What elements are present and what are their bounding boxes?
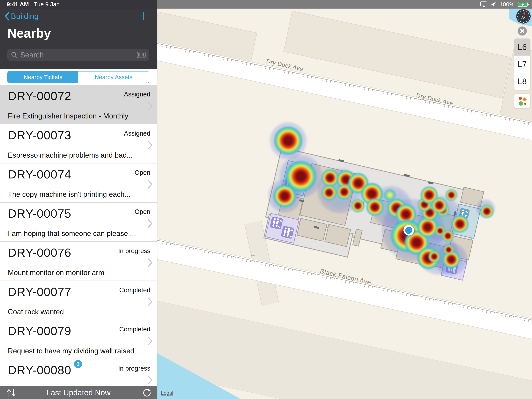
refresh-icon xyxy=(143,388,152,397)
ticket-summary: Espresso machine problems and bad... xyxy=(8,151,133,159)
page-title: Nearby xyxy=(7,26,51,40)
table-row[interactable]: DRY-000803In progressHeater test xyxy=(0,359,157,386)
close-icon[interactable] xyxy=(518,26,527,35)
location-arrow-icon xyxy=(491,1,496,7)
close-x-glyph xyxy=(520,28,525,33)
ticket-id: DRY-00072 xyxy=(8,89,71,103)
ticket-summary: Request to have my dividing wall raised.… xyxy=(8,347,140,355)
current-location-dot xyxy=(404,225,414,236)
status-badge: Completed xyxy=(119,326,150,333)
ticket-id: DRY-00074 xyxy=(8,167,71,181)
search-input[interactable]: Search xyxy=(7,49,149,61)
tabs-strip: Nearby TicketsNearby Assets xyxy=(0,69,157,85)
floor-button-l7[interactable]: L7 xyxy=(514,56,530,73)
ticket-summary: The copy machine isn't printing each... xyxy=(8,190,130,199)
table-row[interactable]: DRY-00073AssignedEspresso machine proble… xyxy=(0,124,157,163)
last-updated-label: Last Updated Now xyxy=(0,388,157,397)
status-badge: Completed xyxy=(119,286,150,294)
table-row[interactable]: DRY-00075OpenI am hoping that someone ca… xyxy=(0,203,157,242)
heatmap-blob xyxy=(480,205,494,218)
floor-button-l8[interactable]: L8 xyxy=(514,73,530,90)
back-label: Building xyxy=(11,12,38,21)
table-row[interactable]: DRY-00074OpenThe copy machine isn't prin… xyxy=(0,163,157,203)
app: Dry Dock AveDry Dock AveBlack Falcon Ave… xyxy=(0,0,532,399)
refresh-button[interactable] xyxy=(143,388,152,397)
chevron-right-icon xyxy=(148,180,153,189)
table-row[interactable]: DRY-00076In progressMount monitor on mon… xyxy=(0,242,157,281)
table-row[interactable]: DRY-00077CompletedCoat rack wanted xyxy=(0,281,157,320)
status-badge: Assigned xyxy=(124,130,150,137)
clock: 9:41 AM xyxy=(7,1,29,8)
sidebar: Building Nearby Search Nea xyxy=(0,0,157,399)
barcode-scan-icon[interactable] xyxy=(137,52,146,58)
chevron-right-icon xyxy=(148,336,153,345)
tab-nearby-tickets[interactable]: Nearby Tickets xyxy=(8,71,78,83)
tab-nearby-assets[interactable]: Nearby Assets xyxy=(78,71,149,83)
status-badge: Open xyxy=(134,208,150,215)
ticket-id: DRY-00076 xyxy=(8,246,71,259)
table-row[interactable]: DRY-00079CompletedRequest to have my div… xyxy=(0,320,157,359)
chevron-right-icon xyxy=(148,376,153,385)
chevron-right-icon xyxy=(148,141,153,150)
ticket-id: DRY-000803 xyxy=(8,363,82,377)
chevron-right-icon xyxy=(148,297,153,306)
floor-plan xyxy=(265,147,482,264)
list-footer: Last Updated Now xyxy=(0,386,157,399)
chevron-right-icon xyxy=(148,102,153,110)
status-bar-left: 9:41 AM Tue 9 Jan xyxy=(7,1,60,8)
date: Tue 9 Jan xyxy=(34,1,60,8)
ticket-summary: Fire Extinguisher Inspection - Monthly xyxy=(8,112,128,120)
heatmap-dots-icon xyxy=(514,94,530,108)
heatmap-legend-button[interactable] xyxy=(514,94,530,108)
sidebar-header: Building Nearby Search xyxy=(0,0,157,69)
battery-percent: 100% xyxy=(500,1,514,8)
ticket-id: DRY-00073 xyxy=(8,128,71,142)
back-button[interactable]: Building xyxy=(4,12,38,21)
table-row[interactable]: DRY-00072AssignedFire Extinguisher Inspe… xyxy=(0,85,157,124)
ticket-list: DRY-00072AssignedFire Extinguisher Inspe… xyxy=(0,85,157,386)
ticket-id: DRY-00075 xyxy=(8,206,71,220)
floor-selector: L6L7L8 xyxy=(514,39,530,90)
status-badge: In progress xyxy=(118,247,150,255)
status-bar-right: 100% xyxy=(480,1,528,8)
status-badge: Assigned xyxy=(124,90,150,98)
segmented-control: Nearby TicketsNearby Assets xyxy=(7,71,149,83)
plus-icon xyxy=(139,11,148,21)
ticket-badge: 3 xyxy=(74,360,82,368)
ticket-summary: Mount monitor on monitor arm xyxy=(8,269,104,277)
compass-icon[interactable]: N xyxy=(516,9,531,24)
chevron-right-icon xyxy=(148,219,153,228)
status-badge: Open xyxy=(134,169,150,176)
status-bar: 9:41 AM Tue 9 Jan 100% xyxy=(0,0,532,9)
search-placeholder: Search xyxy=(20,51,134,59)
screen-mirroring-icon xyxy=(480,1,488,7)
search-icon xyxy=(11,52,18,58)
ticket-id: DRY-00079 xyxy=(8,324,71,338)
ticket-summary: I am hoping that someone can please ... xyxy=(8,230,136,238)
legal-link[interactable]: Legal xyxy=(161,390,173,396)
back-chevron-icon xyxy=(4,12,9,21)
ticket-id: DRY-00077 xyxy=(8,285,71,299)
chevron-right-icon xyxy=(148,258,153,267)
battery-icon xyxy=(518,2,528,7)
status-badge: In progress xyxy=(118,365,150,372)
add-button[interactable] xyxy=(139,11,148,21)
ticket-summary: Coat rack wanted xyxy=(8,308,64,316)
floor-button-l6[interactable]: L6 xyxy=(514,39,530,56)
